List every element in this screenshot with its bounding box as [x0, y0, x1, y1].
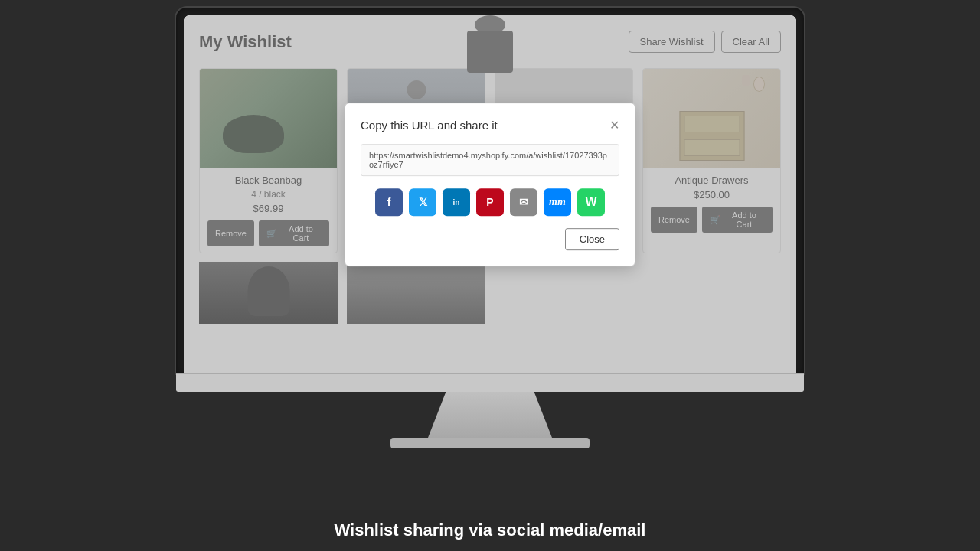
bottom-banner: Wishlist sharing via social media/email — [0, 510, 980, 551]
pinterest-share-icon[interactable]: P — [476, 188, 504, 216]
modal-title: Copy this URL and share it — [361, 119, 498, 132]
share-modal: Copy this URL and share it ✕ https://sma… — [345, 103, 635, 266]
social-icons-row: f 𝕏 in P ✉ m W — [361, 188, 619, 216]
monitor-stand — [421, 392, 559, 438]
modal-footer: Close — [361, 228, 619, 250]
linkedin-share-icon[interactable]: in — [443, 188, 470, 216]
twitter-share-icon[interactable]: 𝕏 — [409, 188, 436, 216]
messenger-share-icon[interactable]: m — [544, 188, 571, 216]
modal-header: Copy this URL and share it ✕ — [361, 119, 619, 132]
modal-close-x-button[interactable]: ✕ — [609, 119, 619, 132]
facebook-share-icon[interactable]: f — [375, 188, 403, 216]
whatsapp-share-icon[interactable]: W — [577, 188, 605, 216]
modal-url[interactable]: https://smartwishlistdemo4.myshopify.com… — [361, 144, 619, 176]
monitor-base — [390, 438, 590, 448]
close-modal-button[interactable]: Close — [565, 228, 619, 250]
monitor-chin — [176, 373, 804, 392]
email-share-icon[interactable]: ✉ — [510, 188, 537, 216]
